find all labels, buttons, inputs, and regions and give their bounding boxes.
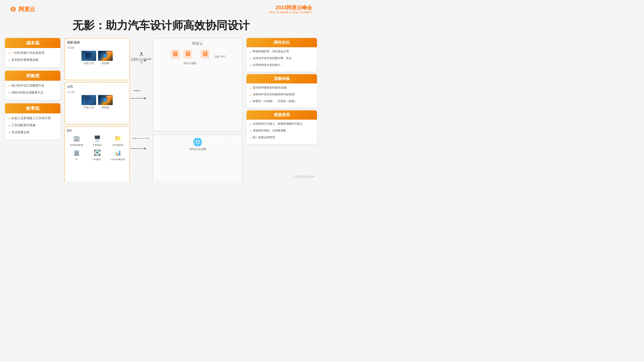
app-cluster-icon: 🏢 (72, 134, 81, 143)
license-icon: 📊 (113, 148, 122, 157)
idc-node-fileserver: 📁 文件服务器 (108, 134, 127, 147)
header: ⊖ 阿里云 2023阿里云峰会 2023 ALIBABA CLOUD SUMMI… (0, 0, 322, 16)
logo-svg: ⊖ 阿里云 (10, 4, 40, 14)
arch-layout: 居家/远程 互联网 开发人员 (64, 38, 243, 181)
bullet-icon: • (9, 83, 10, 89)
file-server-label: 文件服务器 (112, 144, 124, 147)
bullet-icon: • (9, 116, 10, 121)
wuying-vpc-label: 无影 VPC (215, 55, 225, 59)
problem-header-efficiency: 效率低 (5, 103, 60, 113)
office-net-label: 办公网 (67, 90, 127, 94)
benefit-item: • 统一批量运维管理 (250, 135, 313, 141)
dev-label-company: 开发人员 (84, 106, 94, 109)
benefit-item: • 支持包年包月和按量付费，灵活 (250, 56, 313, 62)
arch-box-home-remote: 居家/远程 互联网 开发人员 (64, 38, 130, 80)
problem-body-cost: • 一次性采购工作站成本高 • 安全软件需单独采购 (5, 48, 60, 67)
arch-box-idc: IDC 🏢 应用系统集群 🖥️ 开发测试 📁 文件服务器 (64, 126, 130, 181)
person-icon (139, 52, 144, 57)
svg-marker-7 (144, 97, 146, 99)
bullet-icon: • (250, 99, 251, 105)
svg-text:🖥: 🖥 (172, 50, 179, 58)
svg-text:🖥: 🖥 (184, 50, 191, 58)
cloud-col: 阿里云 🖥 (152, 38, 243, 181)
catia-label-home: 软控端 (102, 62, 109, 65)
problem-item: • 传统VDI协议清晰度不足 (9, 90, 57, 96)
aliyun-title: 阿里云 (156, 41, 239, 46)
idc-node-license: 📊 License服务器 (108, 148, 127, 161)
app-cluster-label: 应用系统集群 (70, 144, 83, 147)
arch-box-company: 公司 办公网 开发人员 Catia 🔷 (64, 82, 130, 124)
benefit-card-easy: 便捷易用 • 支持多种方式接入，软硬终端随时可接入 • 资源弹性伸缩，分钟级变配… (247, 110, 317, 144)
problem-item: • 出差人员异地接入工作站不便 (9, 116, 57, 121)
ad-label: AD域控 (93, 158, 101, 161)
catia-badge: Catia (106, 51, 112, 54)
arch-node-dev-company: 开发人员 (82, 95, 96, 109)
license-label: License服务器 (110, 158, 125, 161)
benefit-header-cost: 高性价比 (247, 38, 317, 47)
summit-name-en: 2023 ALIBABA CLOUD SUMMIT (269, 11, 312, 14)
idc-node-tc: 🏛️ TC (67, 148, 86, 161)
problem-item: • 安全软件需单独采购 (9, 58, 57, 63)
idc-node-app: 🏢 应用系统集群 (67, 134, 86, 147)
wuying-icon-2: 🖥 (182, 49, 193, 60)
bullet-icon: • (250, 50, 251, 55)
bullet-icon: • (9, 58, 10, 63)
connection-col: 互联网 SALM身份联合 专线接入 专线/SAG/VPN 接入 (130, 38, 152, 181)
home-remote-label: 居家/远程 (67, 40, 127, 45)
problem-item: • 一次性采购工作站成本高 (9, 51, 57, 56)
leased-sag-vpn-label: 专线/SAG/VPN 接入 (130, 136, 152, 141)
dev-test-icon: 🖥️ (93, 134, 102, 143)
right-panel: 高性价比 • 降低初期投资，优化资金占用 • 支持包年包月和按量付费，灵活 • … (247, 38, 317, 181)
internet-salm-label: 互联网 SALM身份联合 (130, 52, 152, 64)
idc-nodes: 🏢 应用系统集群 🖥️ 开发测试 📁 文件服务器 🏛️ (67, 134, 127, 161)
svg-marker-8 (144, 148, 146, 150)
file-server-icon: 📁 (113, 134, 122, 143)
wuying-icons: 🖥 🖥 ··· (170, 49, 211, 65)
id-label-internet: 互联网 SALM身份联合 (130, 52, 152, 64)
internet-label: 互联网 (67, 46, 127, 50)
logo: ⊖ 阿里云 (10, 4, 40, 14)
leased-line-label: 专线接入 (131, 88, 144, 94)
footer: CSDN @云布道局 (294, 175, 314, 178)
architecture-diagram: 居家/远程 互联网 开发人员 (64, 38, 243, 181)
dev-screen-company (82, 95, 96, 105)
problem-card-cost: 成本高 • 一次性采购工作站成本高 • 安全软件需单独采购 (5, 38, 60, 67)
dev-screen (82, 51, 96, 61)
bullet-icon: • (250, 63, 251, 68)
summit-year: 2023阿里云峰会 (269, 4, 312, 11)
problem-body-experience: • 设计软件运行流畅度不足 • 传统VDI协议清晰度不足 (5, 81, 60, 100)
idc-label: IDC (67, 129, 127, 132)
catia-screen-home: Catia 🔷 (98, 51, 113, 61)
left-panel: 成本高 • 一次性采购工作站成本高 • 安全软件需单独采购 体验差 • (5, 38, 60, 181)
arch-node-catia-company: Catia 🔷 软控端 (98, 95, 113, 109)
benefit-item: • 资源弹性伸缩，分钟级变配 (250, 128, 313, 134)
benefit-header-smooth: 流畅体验 (247, 74, 317, 83)
wuying-icon-3: 🖥 (199, 49, 211, 60)
problem-item: • 无法批量运维 (9, 130, 57, 135)
salm-label: 互联网 SALM身份联合 (130, 58, 152, 64)
cen-box: 🌐 CEN云企业网 (152, 134, 243, 181)
problem-body-efficiency: • 出差人员异地接入工作站不便 • 工作站配置升级难 • 无法批量运维 (5, 113, 60, 140)
aliyun-main-box: 阿里云 🖥 (152, 38, 243, 131)
catia-screen-company: Catia 🔷 (98, 95, 113, 105)
bullet-icon: • (250, 122, 251, 127)
main-title: 无影：助力汽车设计师高效协同设计 (0, 18, 322, 33)
problem-header-cost: 成本高 (5, 38, 60, 48)
benefit-body-cost: • 降低初期投资，优化资金占用 • 支持包年包月和按量付费，灵活 • 自带多种安… (247, 47, 317, 72)
benefit-body-smooth: • 提供多种规格高性能3D桌面 • 自研ASP协议支持最高8K无损画质 • 部署… (247, 83, 317, 108)
content-area: 成本高 • 一次性采购工作站成本高 • 安全软件需单独采购 体验差 • (0, 38, 322, 181)
benefit-body-easy: • 支持多种方式接入，软硬终端随时可接入 • 资源弹性伸缩，分钟级变配 • 统一… (247, 120, 317, 144)
svg-text:⊖: ⊖ (10, 5, 16, 13)
benefit-item: • 自带多种安全管控能力 (250, 63, 313, 68)
idc-node-devtest: 🖥️ 开发测试 (88, 134, 107, 147)
bullet-icon: • (250, 86, 251, 91)
idc-node-ad: 💽 AD域控 (88, 148, 107, 161)
home-nodes: 开发人员 Catia 🔷 软控端 (67, 51, 127, 65)
design-desktop-label: 设计云桌面 (184, 62, 196, 65)
svg-text:阿里云: 阿里云 (19, 6, 35, 12)
desktop-area: 🖥 🖥 ··· (156, 49, 239, 65)
bullet-icon: • (250, 56, 251, 62)
arch-left-col: 居家/远程 互联网 开发人员 (64, 38, 130, 181)
problem-item: • 工作站配置升级难 (9, 123, 57, 128)
wuying-icon-row: 🖥 🖥 ··· (170, 49, 211, 60)
